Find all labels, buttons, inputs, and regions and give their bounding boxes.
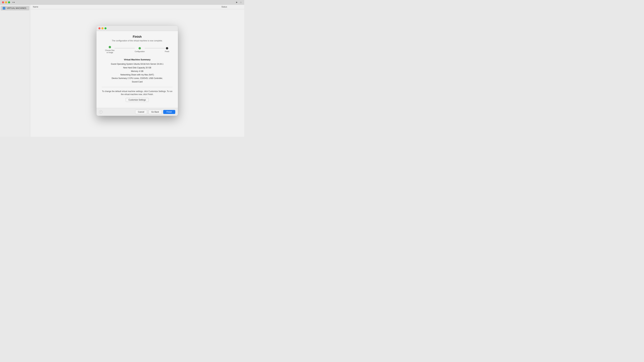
cancel-button[interactable]: Cancel <box>135 110 147 114</box>
maximize-button[interactable] <box>8 1 10 3</box>
dialog-title: Finish <box>102 35 172 38</box>
summary-value-os: Ubuntu 64-bit Arm Server 24.04.1 <box>134 63 164 65</box>
dialog-minimize-button[interactable] <box>102 27 104 29</box>
dialog-close-button[interactable] <box>98 27 100 29</box>
sidebar-item-virtual-machines[interactable]: VIRTUAL MACHINES <box>1 6 29 10</box>
summary-value-disk: 20 GB <box>146 66 151 69</box>
chevron-down-icon: ▾ <box>14 1 14 3</box>
plus-icon: + <box>12 1 13 3</box>
finish-button[interactable]: Finish <box>163 110 175 114</box>
monitor-icon[interactable]: □ <box>240 1 242 4</box>
step-circle-2 <box>138 47 141 49</box>
titlebar: + ▾ ▶ □ <box>0 0 244 5</box>
summary-item-memory: Memory 4 GB <box>131 70 144 73</box>
window-controls <box>2 1 10 3</box>
sidebar-item-label: VIRTUAL MACHINES <box>7 7 26 9</box>
go-back-button[interactable]: Go Back <box>148 110 162 114</box>
sidebar: VIRTUAL MACHINES <box>0 5 30 137</box>
finish-dialog: Finish The configuration of the virtual … <box>96 26 178 116</box>
steps-indicator: Choose Discor Image Configuration Finish <box>102 46 172 54</box>
step-finish: Finish <box>165 47 170 53</box>
summary-list: Guest Operating System Ubuntu 64-bit Arm… <box>102 62 172 83</box>
dialog-maximize-button[interactable] <box>104 27 106 29</box>
summary-value-devices: 2 CPU cores, CD/DVD, USB Controller, <box>128 77 163 79</box>
close-button[interactable] <box>2 1 4 3</box>
customize-settings-button[interactable]: Customize Settings <box>126 98 148 102</box>
summary-item-disk: New Hard Disk Capacity 20 GB <box>123 66 151 69</box>
vm-folder-icon <box>3 7 5 9</box>
summary-item-devices-cont: Sound Card <box>132 80 142 83</box>
app-container: VIRTUAL MACHINES Name Status Finish <box>0 5 244 137</box>
content-area: Name Status Finish The configuration of … <box>30 5 244 137</box>
step-label-1: Choose Discor Image <box>105 49 115 54</box>
dialog-titlebar <box>96 26 178 31</box>
summary-key-os: Guest Operating System <box>111 63 134 65</box>
dialog-content: Finish The configuration of the virtual … <box>96 31 178 108</box>
summary-value-memory: 4 GB <box>139 70 144 72</box>
summary-item-os: Guest Operating System Ubuntu 64-bit Arm… <box>111 62 164 66</box>
summary-value-network: Share with my Mac (NAT) <box>131 73 154 76</box>
step-configuration: Configuration <box>135 47 144 53</box>
step-circle-3 <box>166 47 168 49</box>
stream-icon[interactable]: ▶ <box>236 1 238 4</box>
summary-key-network: Networking <box>120 73 131 76</box>
instruction-text: To change the default virtual machine se… <box>102 90 172 96</box>
step-label-2: Configuration <box>135 50 144 53</box>
add-vm-button[interactable]: + ▾ <box>12 1 14 3</box>
footer-buttons: Cancel Go Back Finish <box>135 110 175 114</box>
summary-key-memory: Memory <box>131 70 139 72</box>
summary-key-disk: New Hard Disk Capacity <box>123 66 146 69</box>
dialog-footer: ? Cancel Go Back Finish <box>96 108 178 116</box>
dialog-divider <box>102 87 172 87</box>
summary-item-devices: Device Summary 2 CPU cores, CD/DVD, USB … <box>112 77 163 80</box>
step-choose-disc: Choose Discor Image <box>105 46 115 54</box>
step-circle-1 <box>109 46 111 48</box>
titlebar-right-controls: ▶ □ <box>236 1 242 4</box>
help-button[interactable]: ? <box>99 110 102 114</box>
summary-item-network: Networking Share with my Mac (NAT) <box>120 73 154 76</box>
summary-title: Virtual Machine Summary <box>102 58 172 61</box>
summary-key-devices: Device Summary <box>112 77 128 79</box>
dialog-subtitle: The configuration of the virtual machine… <box>102 39 172 42</box>
step-label-3: Finish <box>165 50 170 53</box>
modal-overlay: Finish The configuration of the virtual … <box>30 5 244 137</box>
minimize-button[interactable] <box>5 1 7 3</box>
summary-value-devices-2: Sound Card <box>132 81 142 83</box>
